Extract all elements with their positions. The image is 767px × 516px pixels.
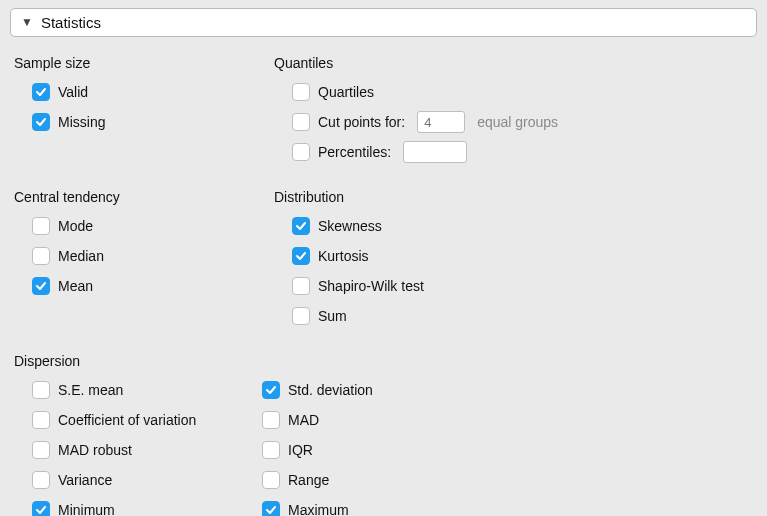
label-mean: Mean [58, 278, 93, 294]
label-quartiles: Quartiles [318, 84, 374, 100]
panel-title: Statistics [41, 14, 101, 31]
collapse-triangle-icon: ▼ [21, 15, 33, 29]
checkbox-mean[interactable] [32, 277, 50, 295]
checkbox-percentiles[interactable] [292, 143, 310, 161]
checkbox-sum[interactable] [292, 307, 310, 325]
checkbox-median[interactable] [32, 247, 50, 265]
label-sum: Sum [318, 308, 347, 324]
heading-dispersion: Dispersion [14, 353, 753, 369]
label-variance: Variance [58, 472, 112, 488]
label-cutpoints-suffix: equal groups [477, 114, 558, 130]
input-percentiles[interactable] [403, 141, 467, 163]
checkbox-maximum[interactable] [262, 501, 280, 516]
label-kurtosis: Kurtosis [318, 248, 369, 264]
checkbox-range[interactable] [262, 471, 280, 489]
checkbox-std-dev[interactable] [262, 381, 280, 399]
checkbox-skewness[interactable] [292, 217, 310, 235]
label-valid: Valid [58, 84, 88, 100]
label-skewness: Skewness [318, 218, 382, 234]
label-range: Range [288, 472, 329, 488]
label-iqr: IQR [288, 442, 313, 458]
checkbox-quartiles[interactable] [292, 83, 310, 101]
input-cutpoints[interactable] [417, 111, 465, 133]
label-std-dev: Std. deviation [288, 382, 373, 398]
label-mad: MAD [288, 412, 319, 428]
checkbox-mode[interactable] [32, 217, 50, 235]
checkbox-variance[interactable] [32, 471, 50, 489]
checkbox-minimum[interactable] [32, 501, 50, 516]
panel-content: Sample size Valid Missing Quantiles [10, 37, 757, 516]
checkbox-mad[interactable] [262, 411, 280, 429]
checkbox-mad-robust[interactable] [32, 441, 50, 459]
label-percentiles: Percentiles: [318, 144, 391, 160]
label-median: Median [58, 248, 104, 264]
label-maximum: Maximum [288, 502, 349, 516]
panel-header[interactable]: ▼ Statistics [10, 8, 757, 37]
heading-sample-size: Sample size [14, 55, 274, 71]
label-coef-var: Coefficient of variation [58, 412, 196, 428]
label-cutpoints: Cut points for: [318, 114, 405, 130]
heading-central: Central tendency [14, 189, 274, 205]
checkbox-coef-var[interactable] [32, 411, 50, 429]
checkbox-shapiro[interactable] [292, 277, 310, 295]
label-shapiro: Shapiro-Wilk test [318, 278, 424, 294]
checkbox-kurtosis[interactable] [292, 247, 310, 265]
heading-distribution: Distribution [274, 189, 744, 205]
label-minimum: Minimum [58, 502, 115, 516]
checkbox-iqr[interactable] [262, 441, 280, 459]
checkbox-valid[interactable] [32, 83, 50, 101]
checkbox-se-mean[interactable] [32, 381, 50, 399]
label-missing: Missing [58, 114, 105, 130]
label-mode: Mode [58, 218, 93, 234]
label-se-mean: S.E. mean [58, 382, 123, 398]
checkbox-cutpoints[interactable] [292, 113, 310, 131]
checkbox-missing[interactable] [32, 113, 50, 131]
heading-quantiles: Quantiles [274, 55, 744, 71]
label-mad-robust: MAD robust [58, 442, 132, 458]
